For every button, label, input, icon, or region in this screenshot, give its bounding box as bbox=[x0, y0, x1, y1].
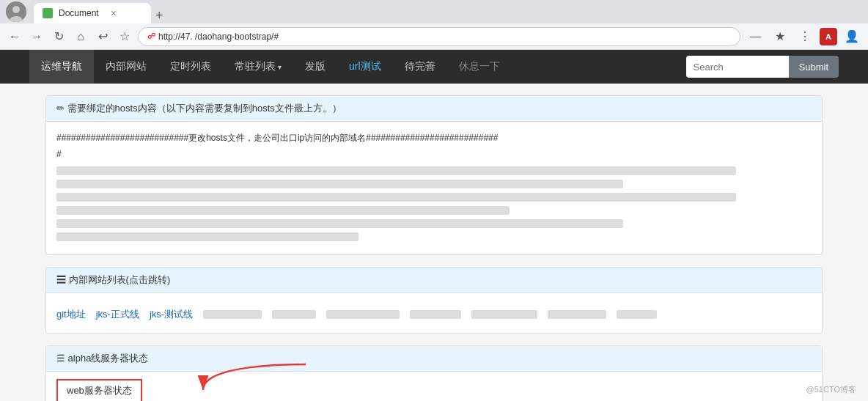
sites-section-header: ☰ 内部网站列表(点击跳转) bbox=[46, 268, 822, 293]
browser-avatar bbox=[6, 1, 26, 22]
hosts-blurred-row-3 bbox=[56, 193, 736, 202]
tab-label: Document bbox=[59, 8, 99, 18]
site-blurred-1 bbox=[203, 310, 262, 319]
hosts-header-text: ✏ 需要绑定的hosts内容（以下内容需要复制到hosts文件最上方。） bbox=[56, 102, 342, 115]
red-arrow bbox=[174, 357, 320, 401]
sites-header-text: ☰ 内部网站列表(点击跳转) bbox=[56, 273, 170, 287]
site-link-jks-formal[interactable]: jks-正式线 bbox=[96, 308, 139, 321]
sites-links-row: git地址 jks-正式线 jks-测试线 bbox=[56, 302, 812, 324]
submit-button[interactable]: Submit bbox=[789, 56, 839, 78]
hosts-section-header: ✏ 需要绑定的hosts内容（以下内容需要复制到hosts文件最上方。） bbox=[46, 96, 822, 122]
nav-item-neibu[interactable]: 内部网站 bbox=[94, 50, 158, 84]
site-blurred-5 bbox=[471, 310, 537, 319]
svg-point-1 bbox=[12, 6, 20, 13]
hosts-blurred-row-6 bbox=[56, 232, 358, 241]
alpha-section: ☰ alpha线服务器状态 web服务器状态 bbox=[45, 345, 823, 401]
browser-icons: ⸻ ★ ⋮ A 👤 bbox=[745, 26, 862, 47]
browser-toolbar: ← → ↻ ⌂ ↩ ☆ ☍ http://47. /daohang-bootst… bbox=[0, 23, 868, 50]
alpha-section-body: web服务器状态 bbox=[46, 372, 822, 401]
main-content: ✏ 需要绑定的hosts内容（以下内容需要复制到hosts文件最上方。） ###… bbox=[31, 84, 837, 401]
site-blurred-3 bbox=[326, 310, 400, 319]
sites-section: ☰ 内部网站列表(点击跳转) git地址 jks-正式线 jks-测试线 bbox=[45, 267, 823, 334]
security-icon: ☍ bbox=[147, 32, 155, 41]
nav-item-changjuliebiao[interactable]: 常驻列表 ▾ bbox=[223, 50, 293, 84]
alpha-header-text: ☰ alpha线服务器状态 bbox=[56, 352, 148, 365]
search-input[interactable] bbox=[686, 56, 789, 78]
nav-item-fabu[interactable]: 发版 bbox=[293, 50, 337, 84]
site-link-git[interactable]: git地址 bbox=[56, 308, 86, 321]
site-blurred-2 bbox=[272, 310, 316, 319]
bookmark-button[interactable]: ★ bbox=[770, 26, 790, 47]
back-button[interactable]: ← bbox=[6, 28, 23, 45]
tab-strip: Document × + bbox=[34, 0, 168, 23]
home-button[interactable]: ⌂ bbox=[72, 28, 89, 45]
url-text: http://47. /daohang-bootstrap/# bbox=[158, 32, 279, 42]
address-bar[interactable]: ☍ http://47. /daohang-bootstrap/# bbox=[138, 27, 740, 46]
hosts-blurred-row-1 bbox=[56, 166, 736, 175]
site-blurred-4 bbox=[410, 310, 461, 319]
hosts-section: ✏ 需要绑定的hosts内容（以下内容需要复制到hosts文件最上方。） ###… bbox=[45, 95, 823, 255]
nav-item-xiuxi[interactable]: 休息一下 bbox=[447, 50, 512, 84]
extension-icon[interactable]: A bbox=[820, 28, 837, 45]
alpha-content-wrapper: web服务器状态 bbox=[56, 379, 142, 401]
browser-titlebar: Document × + bbox=[0, 0, 868, 23]
back-history-button[interactable]: ↩ bbox=[94, 28, 111, 45]
hosts-hash: # bbox=[56, 147, 812, 163]
hosts-blurred-row-5 bbox=[56, 219, 623, 228]
site-link-jks-test[interactable]: jks-测试线 bbox=[150, 308, 193, 321]
nav-item-yunwei[interactable]: 运维导航 bbox=[29, 50, 94, 84]
hosts-separator-line: ###########################更改hosts文件，走公司… bbox=[56, 130, 812, 147]
site-blurred-7 bbox=[617, 310, 657, 319]
hosts-blurred-row-2 bbox=[56, 180, 623, 188]
navbar: 运维导航 内部网站 定时列表 常驻列表 ▾ 发版 url测试 待完善 休息一下 … bbox=[0, 50, 868, 84]
menu-button[interactable]: ⋮ bbox=[795, 26, 815, 47]
dropdown-caret: ▾ bbox=[278, 63, 282, 71]
nav-item-daiwanshan[interactable]: 待完善 bbox=[393, 50, 447, 84]
tab-close-button[interactable]: × bbox=[111, 7, 117, 19]
reload-button[interactable]: ↻ bbox=[50, 28, 67, 45]
extensions-button[interactable]: ⸻ bbox=[745, 26, 765, 47]
web-status-label: web服务器状态 bbox=[67, 385, 132, 396]
active-tab[interactable]: Document × bbox=[34, 3, 151, 23]
nav-item-url[interactable]: url测试 bbox=[337, 50, 393, 84]
hosts-blurred-row-4 bbox=[56, 206, 510, 215]
web-status-box[interactable]: web服务器状态 bbox=[56, 379, 142, 401]
forward-button[interactable]: → bbox=[28, 28, 45, 45]
profile-button[interactable]: 👤 bbox=[842, 26, 862, 47]
site-blurred-6 bbox=[548, 310, 606, 319]
footer-watermark: @51CTO博客 bbox=[806, 384, 856, 395]
sites-section-body: git地址 jks-正式线 jks-测试线 bbox=[46, 293, 822, 333]
tab-favicon bbox=[43, 8, 53, 18]
new-tab-button[interactable]: + bbox=[151, 8, 168, 23]
star-button[interactable]: ☆ bbox=[116, 28, 133, 45]
nav-item-dingshi[interactable]: 定时列表 bbox=[158, 50, 223, 84]
hosts-section-body: ###########################更改hosts文件，走公司… bbox=[46, 122, 822, 254]
alpha-section-header: ☰ alpha线服务器状态 bbox=[46, 346, 822, 372]
